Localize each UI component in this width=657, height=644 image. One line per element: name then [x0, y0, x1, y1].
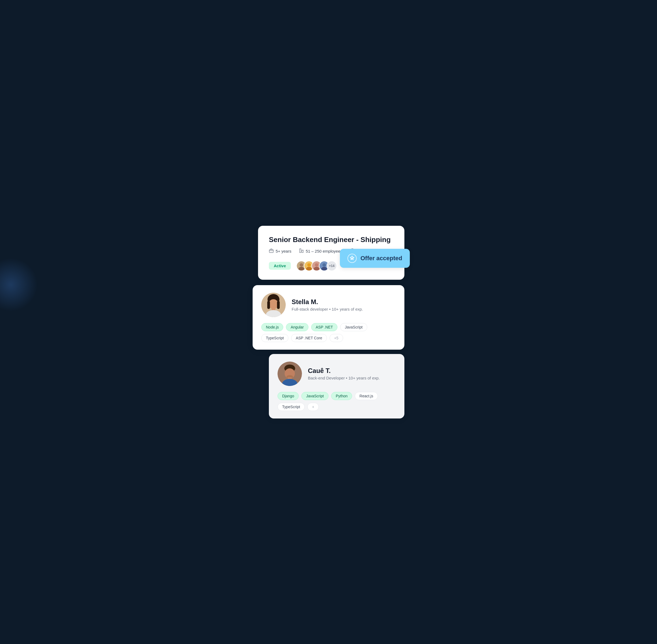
caue-avatar — [277, 362, 302, 386]
offer-badge-text: Offer accepted — [361, 255, 402, 262]
tag-more-stella[interactable]: +5 — [330, 334, 343, 342]
svg-point-16 — [321, 267, 327, 271]
job-listing-card: Senior Backend Engineer - Shipping 5+ ye… — [258, 226, 404, 280]
experience-text: 5+ years — [276, 249, 291, 253]
company-size-meta: 51 – 250 employees — [299, 248, 342, 254]
company-size-text: 51 – 250 employees — [306, 249, 342, 253]
avatar-count: +14 — [326, 261, 337, 271]
tag-reactjs[interactable]: React.js — [355, 392, 378, 400]
stella-name: Stella M. — [292, 298, 363, 306]
tag-django[interactable]: Django — [277, 392, 299, 400]
stella-candidate-card[interactable]: Stella M. Full-stack developer • 10+ yea… — [253, 285, 404, 350]
caue-name: Cauê T. — [308, 367, 380, 374]
tag-aspnet[interactable]: ASP .NET — [311, 323, 338, 331]
svg-point-9 — [308, 263, 311, 267]
experience-meta: 5+ years — [269, 248, 291, 254]
tag-nodejs[interactable]: Node.js — [261, 323, 283, 331]
check-badge-icon — [347, 254, 357, 263]
svg-rect-3 — [302, 250, 303, 252]
tag-javascript-caue[interactable]: JavaScript — [301, 392, 328, 400]
tag-typescript[interactable]: TypeScript — [261, 334, 288, 342]
tag-python[interactable]: Python — [331, 392, 353, 400]
caue-info: Cauê T. Back-end Developer • 10+ years o… — [308, 367, 380, 380]
stella-header: Stella M. Full-stack developer • 10+ yea… — [261, 293, 396, 317]
stella-description: Full-stack developer • 10+ years of exp. — [292, 307, 363, 312]
svg-rect-21 — [267, 301, 270, 309]
building-icon — [299, 248, 304, 254]
svg-rect-2 — [299, 249, 301, 253]
svg-point-20 — [269, 299, 278, 309]
applicants-avatars: +14 — [296, 261, 337, 271]
tag-aspnetcore[interactable]: ASP .NET Core — [291, 334, 327, 342]
stella-info: Stella M. Full-stack developer • 10+ yea… — [292, 298, 363, 312]
svg-rect-0 — [269, 250, 273, 253]
briefcase-icon — [269, 248, 274, 254]
caue-tags: Django JavaScript Python React.js TypeSc… — [277, 392, 396, 411]
svg-point-10 — [306, 267, 312, 271]
caue-candidate-card[interactable]: Cauê T. Back-end Developer • 10+ years o… — [269, 354, 404, 418]
tag-typescript-caue[interactable]: TypeScript — [277, 403, 304, 411]
svg-point-7 — [298, 267, 304, 271]
caue-header: Cauê T. Back-end Developer • 10+ years o… — [277, 362, 396, 386]
status-badge: Active — [269, 262, 291, 270]
stella-tags: Node.js Angular ASP .NET JavaScript Type… — [261, 323, 396, 342]
tag-javascript[interactable]: JavaScript — [340, 323, 367, 331]
svg-point-15 — [322, 263, 326, 267]
job-title: Senior Backend Engineer - Shipping — [269, 235, 393, 244]
svg-point-6 — [300, 263, 303, 267]
stella-avatar — [261, 293, 286, 317]
svg-rect-22 — [277, 301, 280, 309]
main-scene: Senior Backend Engineer - Shipping 5+ ye… — [253, 226, 404, 418]
caue-description: Back-end Developer • 10+ years of exp. — [308, 376, 380, 380]
svg-point-12 — [315, 263, 318, 267]
svg-point-13 — [314, 267, 319, 271]
tag-more-caue[interactable]: + — [308, 403, 319, 411]
tag-angular[interactable]: Angular — [286, 323, 308, 331]
offer-accepted-badge: Offer accepted — [340, 249, 410, 268]
